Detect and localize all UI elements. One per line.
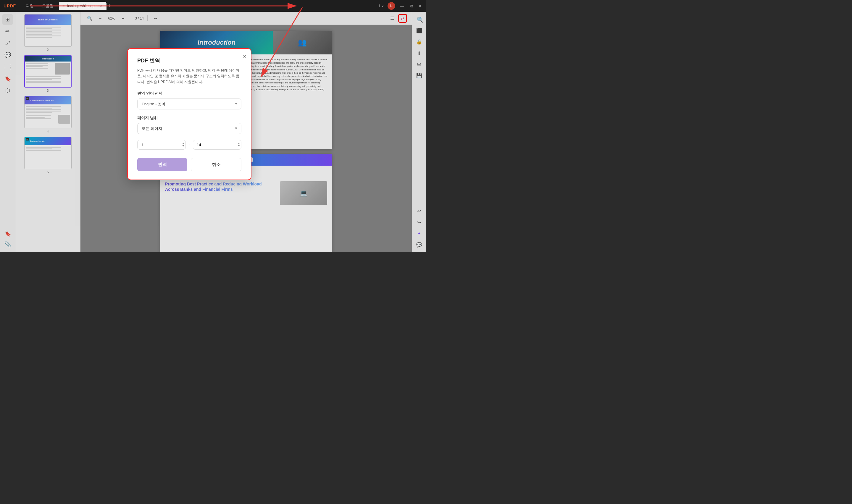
- user-avatar: L: [387, 2, 395, 10]
- range-dash: -: [189, 142, 190, 147]
- translate-modal: × PDF 번역 PDF 문서의 내용을 다양한 언어로 번환하고, 번역 중 …: [127, 48, 252, 180]
- translate-btn[interactable]: 번역: [137, 158, 187, 171]
- modal-overlay: × PDF 번역 PDF 문서의 내용을 다양한 언어로 번환하고, 번역 중 …: [0, 12, 426, 252]
- page-to-input[interactable]: [193, 140, 241, 150]
- page-range-select-wrapper: 모든 페이지 사용자 지정 ▼: [137, 123, 241, 134]
- app-logo: UPDF: [3, 3, 16, 8]
- page-from-wrapper: ▲ ▼: [137, 140, 186, 150]
- lang-label: 번역 언어 선택: [137, 91, 241, 96]
- tab-close-btn[interactable]: ×: [99, 3, 103, 8]
- modal-buttons: 번역 취소: [137, 158, 241, 171]
- modal-close-btn[interactable]: ×: [243, 54, 246, 60]
- win-close[interactable]: ×: [418, 2, 422, 10]
- page-from-down[interactable]: ▼: [182, 145, 185, 147]
- lang-select[interactable]: English - 영어 Korean - 한국어 Japanese - 日本語…: [137, 98, 241, 109]
- tab-edit-icon: ✏: [62, 4, 65, 8]
- lang-select-wrapper: English - 영어 Korean - 한국어 Japanese - 日本語…: [137, 98, 241, 109]
- modal-title: PDF 번역: [137, 57, 241, 64]
- active-tab[interactable]: ✏ banking whitepapar ×: [59, 2, 107, 10]
- page-to-down[interactable]: ▼: [238, 145, 240, 147]
- page-nav[interactable]: 1 ∨: [378, 4, 384, 8]
- page-from-arrows: ▲ ▼: [182, 140, 185, 150]
- win-restore[interactable]: ⧉: [409, 2, 414, 10]
- tab-label: banking whitepapar: [67, 4, 97, 8]
- tab-add-btn[interactable]: +: [108, 3, 111, 9]
- menu-file[interactable]: 파일: [23, 2, 37, 10]
- cancel-btn[interactable]: 취소: [191, 158, 241, 171]
- modal-description: PDF 문서의 내용을 다양한 언어로 번환하고, 번역 중 원래 레이아웃, …: [137, 68, 241, 85]
- menu-help[interactable]: 도움말: [39, 2, 56, 10]
- page-to-wrapper: ▲ ▼: [193, 140, 241, 150]
- win-minimize[interactable]: —: [399, 2, 405, 10]
- page-to-arrows: ▲ ▼: [238, 140, 240, 150]
- page-from-input[interactable]: [137, 140, 186, 150]
- page-range-inputs: ▲ ▼ - ▲ ▼: [137, 140, 241, 150]
- page-range-select[interactable]: 모든 페이지 사용자 지정: [137, 123, 241, 134]
- page-label: 페이지 범위: [137, 115, 241, 121]
